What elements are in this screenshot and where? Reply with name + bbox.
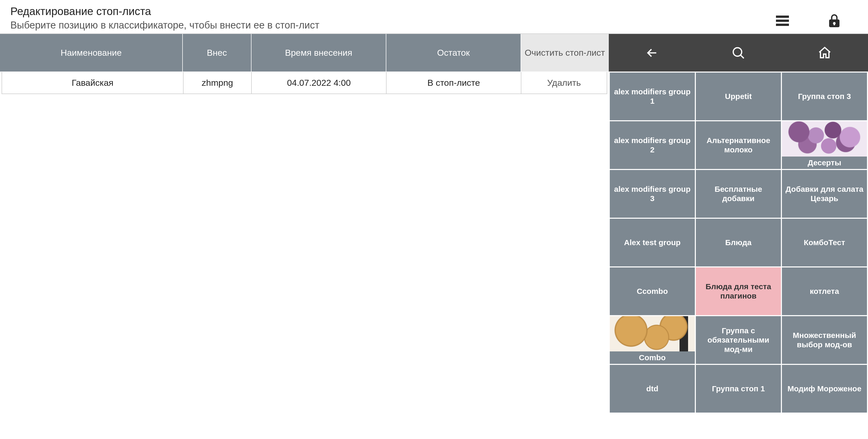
svg-rect-2 (776, 24, 789, 26)
table-row[interactable]: Гавайскаяzhmpng04.07.2022 4:00В стоп-лис… (2, 72, 607, 94)
column-header-remain: Остаток (386, 34, 521, 71)
pizza-image (610, 316, 695, 351)
main: Наименование Внес Время внесения Остаток… (0, 34, 868, 425)
back-button[interactable] (609, 34, 695, 71)
category-tile[interactable]: alex modifiers group 3 (610, 170, 695, 218)
dessert-image (782, 121, 867, 157)
category-tile[interactable]: Группа с обязательными мод-ми (696, 316, 781, 364)
column-header-name: Наименование (0, 34, 183, 71)
column-header-user: Внес (183, 34, 251, 71)
category-tile[interactable]: Блюда (696, 219, 781, 266)
table-header: Наименование Внес Время внесения Остаток… (0, 34, 609, 71)
search-button[interactable] (695, 34, 781, 71)
top-header: Редактирование стоп-листа Выберите позиц… (0, 0, 868, 34)
category-tile[interactable]: Добавки для салата Цезарь (782, 170, 867, 218)
header-right (775, 5, 858, 29)
header-left: Редактирование стоп-листа Выберите позиц… (10, 5, 319, 31)
category-tile[interactable]: Альтернативное молоко (696, 121, 781, 169)
svg-point-3 (733, 48, 742, 56)
category-tile[interactable]: alex modifiers group 2 (610, 121, 695, 169)
lock-icon[interactable] (827, 13, 842, 29)
category-tile[interactable]: котлета (782, 268, 867, 315)
column-header-time: Время внесения (251, 34, 386, 71)
category-tile[interactable]: Бесплатные добавки (696, 170, 781, 218)
classifier-toolbar (609, 34, 868, 71)
classifier-pane: alex modifiers group 1UppetitГруппа стоп… (609, 34, 868, 425)
cell-name: Гавайская (2, 72, 184, 94)
home-button[interactable] (782, 34, 868, 71)
svg-rect-0 (776, 15, 789, 18)
category-tile[interactable]: Группа стоп 3 (782, 72, 867, 120)
stop-list-pane: Наименование Внес Время внесения Остаток… (0, 34, 609, 425)
svg-rect-1 (776, 20, 789, 22)
category-tile[interactable]: Uppetit (696, 72, 781, 120)
category-tile[interactable]: Множественный выбор мод-ов (782, 316, 867, 364)
page-title: Редактирование стоп-листа (10, 5, 319, 18)
category-tile[interactable]: Десерты (782, 121, 867, 169)
category-tile[interactable]: alex modifiers group 1 (610, 72, 695, 120)
tile-label: Десерты (782, 157, 867, 169)
category-tile[interactable]: КомбоТест (782, 219, 867, 266)
category-grid: alex modifiers group 1UppetitГруппа стоп… (609, 71, 868, 425)
category-tile[interactable]: dtd (610, 365, 695, 413)
cell-time: 04.07.2022 4:00 (252, 72, 386, 94)
category-tile[interactable]: Combo (610, 316, 695, 364)
page-subtitle: Выберите позицию в классификаторе, чтобы… (10, 20, 319, 31)
cell-remain: В стоп-листе (386, 72, 521, 94)
menu-icon[interactable] (775, 13, 790, 29)
tile-label: Combo (610, 351, 695, 364)
category-tile[interactable]: Блюда для теста плагинов (696, 268, 781, 315)
svg-line-4 (741, 55, 744, 58)
category-tile[interactable]: Модиф Мороженое (782, 365, 867, 413)
category-tile[interactable]: Ccombo (610, 268, 695, 315)
delete-button[interactable]: Удалить (521, 72, 607, 94)
category-tile[interactable]: Группа стоп 1 (696, 365, 781, 413)
clear-stop-list-button[interactable]: Очистить стоп-лист (521, 34, 609, 71)
cell-user: zhmpng (184, 72, 252, 94)
table-body: Гавайскаяzhmpng04.07.2022 4:00В стоп-лис… (0, 71, 609, 94)
category-tile[interactable]: Alex test group (610, 219, 695, 266)
